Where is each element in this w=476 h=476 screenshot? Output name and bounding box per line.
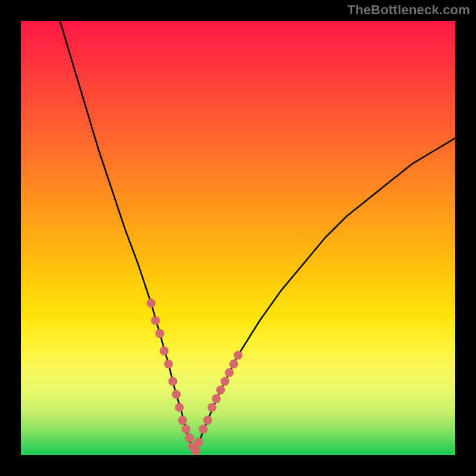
chart-frame: TheBottleneck.com (0, 0, 476, 476)
highlight-dot (155, 329, 164, 338)
highlight-dot (192, 446, 201, 455)
watermark-label: TheBottleneck.com (347, 2, 470, 18)
highlight-dot (159, 346, 168, 355)
bottleneck-curve-svg (21, 21, 455, 455)
highlight-dot (175, 403, 184, 412)
highlight-dot (221, 377, 230, 386)
highlight-dot (203, 416, 212, 425)
highlight-dot (195, 438, 203, 447)
highlight-dot (212, 394, 221, 403)
highlight-dot (208, 403, 217, 412)
highlight-dot (181, 425, 190, 434)
highlight-dot (151, 316, 160, 325)
highlight-dot (168, 377, 177, 386)
highlight-dot (229, 359, 238, 368)
highlight-dot (185, 433, 194, 442)
highlight-dot (199, 425, 208, 434)
highlight-dot (216, 386, 225, 394)
highlight-dot (178, 416, 187, 425)
highlight-dot (172, 390, 181, 399)
bottleneck-curve (60, 21, 455, 451)
highlight-dot (234, 351, 243, 360)
highlight-dots (147, 299, 243, 455)
highlight-dot (164, 359, 173, 368)
highlight-dot (225, 368, 234, 377)
plot-area (21, 21, 455, 455)
highlight-dot (147, 299, 156, 308)
